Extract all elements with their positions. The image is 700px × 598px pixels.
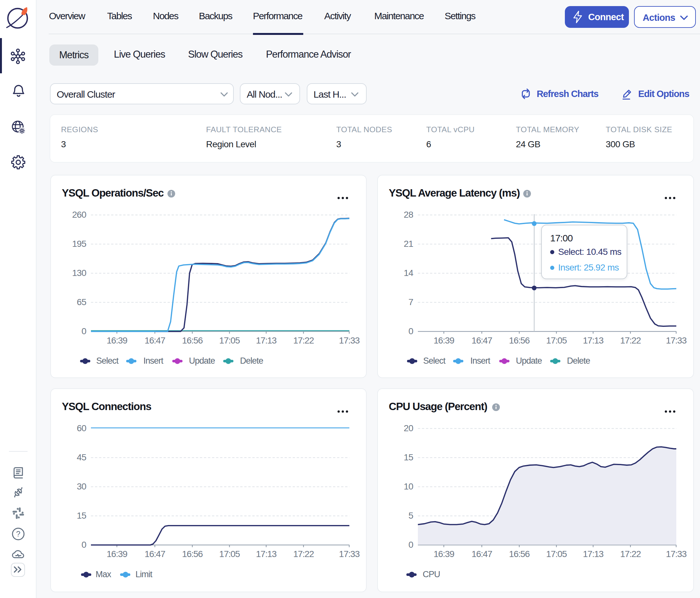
svg-text:?: ? [16, 529, 20, 538]
